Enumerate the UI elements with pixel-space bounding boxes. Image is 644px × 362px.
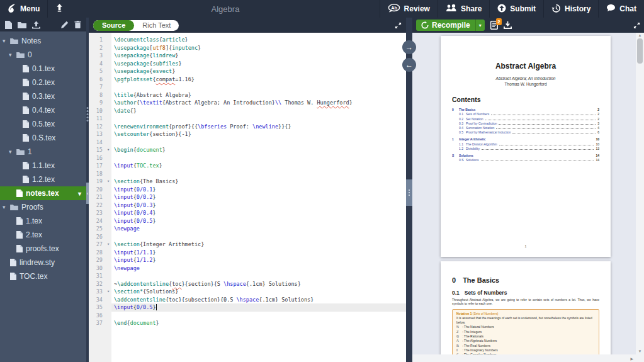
line-number[interactable]: 28 — [89, 249, 105, 257]
delete-button[interactable] — [74, 21, 81, 28]
tree-file-1.1.tex[interactable]: 1.1.tex — [0, 159, 86, 173]
download-pdf-button[interactable] — [504, 21, 512, 29]
chevron-down-icon[interactable]: ▾ — [9, 149, 16, 155]
scroll-right-arrow[interactable]: ▶ — [630, 356, 633, 361]
code-line-14[interactable]: 14 — [89, 139, 406, 147]
line-number[interactable]: 35 — [89, 303, 105, 312]
line-number[interactable]: 30 — [89, 264, 105, 273]
chevron-down-icon[interactable]: ▾ — [9, 52, 16, 58]
toc-entry-0.3[interactable]: 0.3Proof by Contradiction3 — [452, 121, 599, 125]
tree-file-1.2.tex[interactable]: 1.2.tex — [0, 173, 86, 186]
line-number[interactable]: 24 — [89, 217, 105, 225]
line-number[interactable]: 11 — [89, 115, 105, 123]
line-number[interactable]: 5 — [89, 67, 105, 76]
logs-button[interactable]: 2 — [490, 21, 498, 30]
code-line-33[interactable]: 33▾\section*{Solutions} — [89, 288, 406, 296]
line-number[interactable]: 29 — [89, 256, 105, 264]
line-number[interactable]: 7 — [89, 83, 105, 91]
line-number[interactable]: 10 — [89, 107, 105, 115]
line-number[interactable]: 37 — [89, 319, 105, 327]
tree-file-0.3.tex[interactable]: 0.3.tex — [0, 89, 86, 103]
code-line-31[interactable]: 31 — [89, 272, 406, 280]
code-line-3[interactable]: 3\usepackage{lindrew} — [89, 52, 406, 60]
line-number[interactable]: 26 — [89, 233, 105, 241]
line-number[interactable]: 23 — [89, 209, 105, 217]
line-number[interactable]: 34 — [89, 296, 105, 304]
line-number[interactable]: 22 — [89, 201, 105, 210]
code-line-17[interactable]: 17\input{TOC.tex} — [89, 162, 406, 170]
code-line-18[interactable]: 18 — [89, 170, 406, 178]
toc-entry-0.S[interactable]: 0.SSolutions14 — [452, 157, 599, 162]
toc-entry-0.4[interactable]: 0.4Summation Notation4 — [452, 125, 599, 130]
history-button[interactable]: History — [543, 0, 598, 18]
code-line-36[interactable]: 36 — [89, 312, 406, 320]
fold-marker[interactable]: ▾ — [105, 240, 111, 249]
tree-file-0.5.tex[interactable]: 0.5.tex — [0, 117, 86, 131]
code-line-12[interactable]: 12\renewenvironment{proof}{{\bfseries Pr… — [89, 123, 406, 131]
fold-marker[interactable]: ▾ — [105, 178, 111, 186]
line-number[interactable]: 16 — [89, 154, 105, 162]
tree-file-proofs.tex[interactable]: proofs.tex — [0, 242, 86, 256]
fold-marker[interactable]: ▾ — [105, 288, 111, 296]
file-tree-resizer[interactable]: ‹ — [86, 18, 89, 362]
chevron-down-icon[interactable]: ▾ — [3, 38, 10, 44]
rename-button[interactable] — [61, 21, 69, 28]
code-line-8[interactable]: 8\title{Abstract Algebra} — [89, 91, 406, 99]
line-number[interactable]: 17 — [89, 162, 105, 170]
code-line-26[interactable]: 26 — [89, 233, 406, 241]
line-number[interactable]: 1 — [89, 36, 105, 44]
line-number[interactable]: 31 — [89, 272, 105, 280]
line-number[interactable]: 25 — [89, 225, 105, 233]
new-folder-button[interactable] — [18, 21, 26, 28]
line-number[interactable]: 19 — [89, 178, 105, 186]
pdf-fullscreen-button[interactable] — [633, 22, 640, 29]
code-line-27[interactable]: 27▾\section{Integer Arithmetic} — [89, 240, 406, 249]
code-line-24[interactable]: 24\input{0/0.5} — [89, 217, 406, 225]
tree-file-0.S.tex[interactable]: 0.S.tex — [0, 131, 86, 145]
share-button[interactable]: Share — [438, 0, 489, 18]
code-line-15[interactable]: 15▾\begin{document} — [89, 146, 406, 154]
toc-entry-1.2[interactable]: 1.2Divisibility13 — [452, 146, 599, 150]
line-number[interactable]: 9 — [89, 99, 105, 107]
line-number[interactable]: 18 — [89, 170, 105, 178]
code-line-28[interactable]: 28\input{1/1.1} — [89, 249, 406, 257]
pdf-vertical-scrollbar[interactable]: ▲ ▼ — [636, 33, 644, 354]
line-number[interactable]: 12 — [89, 123, 105, 131]
line-number[interactable]: 33 — [89, 288, 105, 296]
submit-button[interactable]: Submit — [489, 0, 543, 18]
toc-entry-0.2[interactable]: 0.2Set Notation2 — [452, 116, 599, 120]
code-line-23[interactable]: 23\input{0/0.4} — [89, 209, 406, 217]
chat-button[interactable]: Chat — [598, 0, 644, 18]
resizer-handle[interactable] — [406, 179, 412, 206]
upload-button[interactable] — [32, 21, 40, 29]
toc-entry-0.1[interactable]: 0.1Sets of Numbers2 — [452, 111, 599, 116]
fold-marker[interactable]: ▾ — [105, 146, 111, 154]
scroll-down-arrow[interactable]: ▼ — [636, 349, 644, 353]
line-number[interactable]: 21 — [89, 193, 105, 201]
toc-entry-0.5[interactable]: 0.5Proof by Mathematical Induction6 — [452, 130, 599, 134]
code-line-10[interactable]: 10\date{} — [89, 107, 406, 115]
code-line-7[interactable]: 7 — [89, 83, 406, 91]
code-line-35[interactable]: 35\input{0/0.S} — [89, 303, 406, 312]
code-line-30[interactable]: 30\newpage — [89, 264, 406, 273]
review-button[interactable]: Ab Review — [380, 0, 438, 18]
line-number[interactable]: 36 — [89, 312, 105, 320]
source-tab[interactable]: Source — [93, 20, 134, 31]
code-line-13[interactable]: 13\setcounter{section}{-1} — [89, 130, 406, 139]
line-number[interactable]: 32 — [89, 280, 105, 288]
toc-entry-S[interactable]: SSolutions14 — [452, 153, 599, 157]
toc-entry-0[interactable]: 0The Basics2 — [452, 107, 599, 111]
code-line-21[interactable]: 21\input{0/0.2} — [89, 193, 406, 201]
line-number[interactable]: 2 — [89, 44, 105, 52]
line-number[interactable]: 13 — [89, 130, 105, 139]
editor-pdf-resizer[interactable]: → ← — [406, 18, 412, 362]
upgrade-arrow-button[interactable] — [47, 0, 71, 18]
code-line-32[interactable]: 32~\addcontentsline{toc}{section}{S \hsp… — [89, 280, 406, 288]
recompile-button[interactable]: Recompile — [416, 20, 475, 31]
pdf-viewport[interactable]: Abstract Algebra Abstract Algebra; An In… — [412, 33, 644, 362]
toc-entry-1[interactable]: 1Integer Arithmetic10 — [452, 137, 599, 141]
line-number[interactable]: 4 — [89, 60, 105, 68]
line-number[interactable]: 27 — [89, 240, 105, 249]
toc-entry-1.1[interactable]: 1.1The Division Algorithm10 — [452, 141, 599, 145]
scrollbar-thumb[interactable] — [637, 38, 643, 64]
